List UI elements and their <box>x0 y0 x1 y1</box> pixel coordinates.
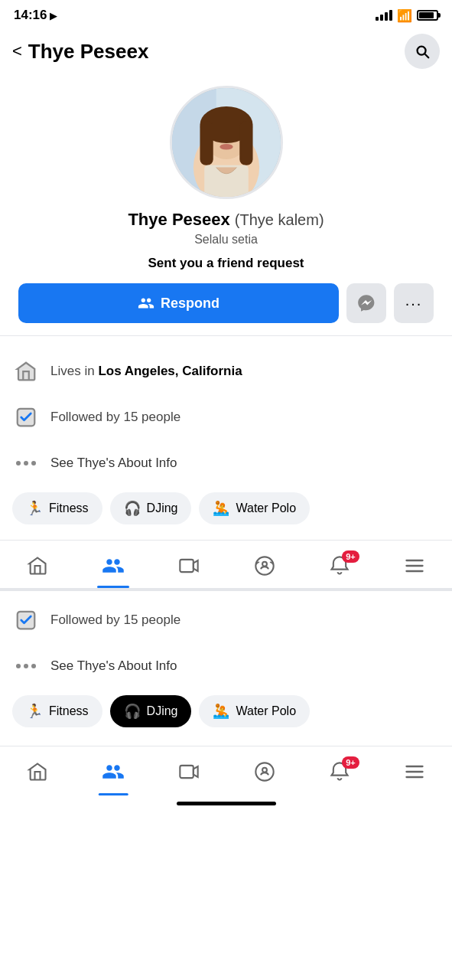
nav-home-icon-2 <box>27 761 48 782</box>
location-arrow-icon: ▶ <box>50 10 57 21</box>
nav-bar-2: 9+ <box>0 746 452 795</box>
profile-alt-name: (Thye kalem) <box>235 211 324 228</box>
followers-info-item-2: Followed by 15 people <box>12 597 440 643</box>
djing-label-2: DJing <box>147 704 178 718</box>
svg-rect-16 <box>180 766 194 778</box>
about-text-2[interactable]: See Thye's About Info <box>50 658 177 674</box>
interests-section: 🏃 Fitness 🎧 DJing 🤽 Water Polo <box>0 486 452 537</box>
nav-menu-icon <box>404 555 425 577</box>
nav-menu-2[interactable] <box>389 758 441 786</box>
followers-text-2: Followed by 15 people <box>50 612 180 628</box>
nav-active-indicator <box>97 586 129 588</box>
svg-point-18 <box>262 768 267 773</box>
divider-1 <box>0 335 452 336</box>
search-icon <box>414 43 431 60</box>
profile-name: Thye Peseex (Thye kalem) <box>128 210 324 230</box>
status-icons: 📶 <box>376 8 438 23</box>
profile-photo <box>172 88 281 197</box>
fitness-icon-2: 🏃 <box>26 703 43 720</box>
nav-video-icon-2 <box>178 761 200 782</box>
info-section: Lives in Los Angeles, California Followe… <box>0 348 452 486</box>
nav-notifications[interactable]: 9+ <box>314 552 366 580</box>
interest-tag-djing[interactable]: 🎧 DJing <box>110 492 192 524</box>
info-section-2: Followed by 15 people See Thye's About I… <box>0 591 452 689</box>
svg-point-14 <box>262 562 267 567</box>
interest-tag-fitness[interactable]: 🏃 Fitness <box>12 492 102 524</box>
friend-request-label: Sent you a friend request <box>148 256 304 271</box>
status-time: 14:16 <box>14 8 47 23</box>
action-buttons: Respond ··· <box>12 283 440 323</box>
nav-friends[interactable] <box>86 551 140 580</box>
nav-video-icon <box>178 555 200 577</box>
about-icon <box>12 449 40 477</box>
back-button[interactable]: < <box>12 41 22 61</box>
more-options-button[interactable]: ··· <box>394 283 434 323</box>
fitness-icon: 🏃 <box>26 500 43 517</box>
nav-groups-icon <box>254 555 275 577</box>
nav-bar-1: 9+ <box>0 540 452 588</box>
second-scroll-section: Followed by 15 people See Thye's About I… <box>0 588 452 740</box>
home-indicator <box>177 802 276 805</box>
fitness-label-2: Fitness <box>49 704 89 718</box>
wifi-icon: 📶 <box>397 8 412 23</box>
battery-icon <box>417 10 438 21</box>
nav-video-2[interactable] <box>163 758 215 786</box>
home-icon <box>12 358 40 385</box>
interests-section-2: 🏃 Fitness 🎧 DJing 🤽 Water Polo <box>0 689 452 740</box>
signal-bars-icon <box>376 10 392 21</box>
djing-label: DJing <box>147 501 178 515</box>
nav-home[interactable] <box>11 552 63 580</box>
header: < Thye Peseex <box>0 28 452 78</box>
nav-video[interactable] <box>163 552 215 580</box>
followers-icon-2 <box>12 606 40 634</box>
avatar <box>170 86 283 199</box>
interest-tag-water-polo-2[interactable]: 🤽 Water Polo <box>199 695 310 727</box>
svg-rect-7 <box>200 121 213 165</box>
svg-rect-12 <box>180 560 194 572</box>
about-text[interactable]: See Thye's About Info <box>50 456 177 471</box>
followers-text: Followed by 15 people <box>50 410 180 425</box>
about-info-item-2[interactable]: See Thye's About Info <box>12 643 440 689</box>
water-polo-label-2: Water Polo <box>236 704 296 718</box>
djing-icon: 🎧 <box>124 500 141 517</box>
nav-friends-icon <box>102 554 125 577</box>
nav-groups-2[interactable] <box>239 758 291 786</box>
nav-home-icon <box>27 555 48 577</box>
header-left: < Thye Peseex <box>12 40 148 64</box>
person-add-icon <box>138 295 154 312</box>
nav-groups-icon-2 <box>254 761 275 782</box>
nav-active-indicator-2 <box>99 793 128 795</box>
messenger-button[interactable] <box>346 283 386 323</box>
page-title: Thye Peseex <box>28 40 149 64</box>
interest-tag-water-polo[interactable]: 🤽 Water Polo <box>199 492 310 524</box>
water-polo-label: Water Polo <box>236 501 296 515</box>
profile-section: Thye Peseex (Thye kalem) Selalu setia Se… <box>0 78 452 323</box>
messenger-icon <box>356 293 376 313</box>
search-button[interactable] <box>405 34 440 69</box>
nav-notifications-2[interactable]: 9+ <box>314 758 366 786</box>
interest-tag-fitness-2[interactable]: 🏃 Fitness <box>12 695 102 727</box>
home-indicator-container <box>0 795 452 813</box>
respond-button[interactable]: Respond <box>18 283 339 323</box>
svg-rect-8 <box>239 121 252 165</box>
about-icon-2 <box>12 652 40 680</box>
notification-badge-2: 9+ <box>342 756 359 769</box>
nav-menu[interactable] <box>389 552 441 580</box>
nav-menu-icon-2 <box>404 761 425 782</box>
notification-badge: 9+ <box>342 550 359 563</box>
djing-icon-2: 🎧 <box>124 703 141 720</box>
followers-info-item: Followed by 15 people <box>12 394 440 440</box>
fitness-label: Fitness <box>49 501 89 515</box>
nav-home-2[interactable] <box>11 758 63 786</box>
about-info-item[interactable]: See Thye's About Info <box>12 440 440 486</box>
interest-tag-djing-2[interactable]: 🎧 DJing <box>110 695 192 727</box>
profile-subtitle: Selalu setia <box>194 233 258 247</box>
location-info-item: Lives in Los Angeles, California <box>12 348 440 394</box>
status-bar: 14:16 ▶ 📶 <box>0 0 452 28</box>
nav-friends-2[interactable] <box>86 757 140 786</box>
location-text: Lives in Los Angeles, California <box>50 364 242 379</box>
nav-groups[interactable] <box>239 552 291 580</box>
nav-friends-icon-2 <box>102 760 125 783</box>
svg-point-9 <box>219 144 233 150</box>
water-polo-icon-2: 🤽 <box>213 703 229 720</box>
